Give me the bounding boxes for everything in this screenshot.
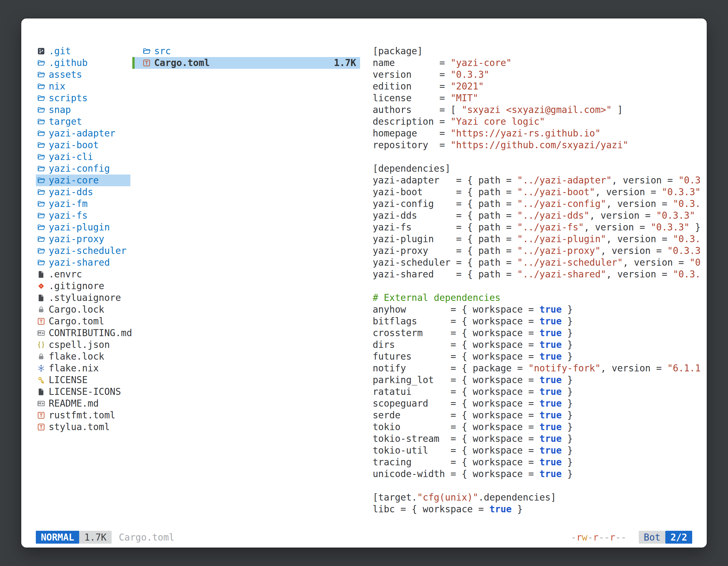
parent-item-readme-md[interactable]: README.md bbox=[36, 398, 130, 409]
item-label: yazi-fs bbox=[49, 210, 88, 222]
preview-pane: [package]name = "yazi-core"version = "0.… bbox=[373, 45, 707, 515]
parent-item-yazi-shared[interactable]: yazi-shared bbox=[36, 257, 130, 269]
parent-item-yazi-core[interactable]: yazi-core bbox=[36, 175, 130, 186]
preview-line: [target."cfg(unix)".dependencies] bbox=[373, 492, 707, 503]
folder-icon bbox=[37, 200, 45, 208]
item-label: LICENSE-ICONS bbox=[49, 386, 121, 398]
preview-line: tracing = { workspace = true } bbox=[373, 456, 707, 468]
item-label: stylua.toml bbox=[49, 421, 110, 433]
preview-line: unicode-width = { workspace = true } bbox=[373, 468, 707, 480]
parent-item-yazi-fm[interactable]: yazi-fm bbox=[36, 198, 130, 210]
folder-icon bbox=[37, 212, 45, 220]
item-label: Cargo.lock bbox=[49, 304, 104, 315]
parent-item-git[interactable]: .git bbox=[36, 45, 130, 57]
current-item-src[interactable]: src bbox=[132, 45, 360, 57]
preview-line: tokio-util = { workspace = true } bbox=[373, 445, 707, 456]
folder-icon bbox=[37, 118, 45, 126]
item-label: yazi-boot bbox=[49, 139, 99, 151]
current-item-cargo-toml[interactable]: Cargo.toml 1.7K bbox=[132, 57, 360, 69]
parent-item-gitignore[interactable]: .gitignore bbox=[36, 280, 130, 292]
parent-item-github[interactable]: .github bbox=[36, 57, 130, 69]
preview-line: yazi-fs = { path = "../yazi-fs", version… bbox=[373, 222, 707, 233]
preview-line: yazi-dds = { path = "../yazi-dds", versi… bbox=[373, 210, 707, 222]
item-label: yazi-shared bbox=[49, 257, 110, 269]
parent-item-license-icons[interactable]: LICENSE-ICONS bbox=[36, 386, 130, 398]
folder-icon bbox=[37, 188, 45, 196]
preview-line: yazi-plugin = { path = "../yazi-plugin",… bbox=[373, 233, 707, 245]
preview-line: notify = { package = "notify-fork", vers… bbox=[373, 362, 707, 374]
preview-line: yazi-boot = { path = "../yazi-boot", ver… bbox=[373, 186, 707, 198]
parent-item-yazi-plugin[interactable]: yazi-plugin bbox=[36, 222, 130, 233]
file-icon bbox=[37, 270, 45, 279]
preview-line: yazi-config = { path = "../yazi-config",… bbox=[373, 198, 707, 210]
desktop: { "status": { "mode": "NORMAL", "size": … bbox=[0, 0, 728, 566]
toml-icon bbox=[37, 423, 45, 431]
item-label: assets bbox=[49, 69, 82, 81]
parent-item-rustfmt-toml[interactable]: rustfmt.toml bbox=[36, 409, 130, 421]
folder-icon bbox=[37, 176, 45, 185]
folder-icon bbox=[37, 71, 45, 79]
current-pane: src Cargo.toml 1.7K bbox=[132, 45, 360, 69]
toml-icon bbox=[142, 59, 151, 67]
parent-item-styluaignore[interactable]: .styluaignore bbox=[36, 292, 130, 304]
preview-line: license = "MIT" bbox=[373, 92, 707, 104]
lock-icon bbox=[37, 305, 45, 314]
parent-item-target[interactable]: target bbox=[36, 116, 130, 128]
parent-item-contributing-md[interactable]: CONTRIBUTING.md bbox=[36, 327, 130, 339]
folder-icon bbox=[142, 47, 151, 55]
parent-item-stylua-toml[interactable]: stylua.toml bbox=[36, 421, 130, 433]
parent-item-yazi-scheduler[interactable]: yazi-scheduler bbox=[36, 245, 130, 257]
parent-item-flake-nix[interactable]: flake.nix bbox=[36, 362, 130, 374]
toml-icon bbox=[37, 317, 45, 325]
folder-icon bbox=[37, 235, 45, 243]
parent-item-yazi-cli[interactable]: yazi-cli bbox=[36, 151, 130, 163]
file-icon bbox=[37, 293, 45, 302]
parent-item-cargo-toml[interactable]: Cargo.toml bbox=[36, 315, 130, 327]
item-label: flake.lock bbox=[49, 351, 104, 362]
preview-line: repository = "https://github.com/sxyazi/… bbox=[373, 139, 707, 151]
preview-line bbox=[373, 480, 707, 492]
folder-icon bbox=[37, 153, 45, 161]
preview-line: parking_lot = { workspace = true } bbox=[373, 374, 707, 386]
item-label: yazi-config bbox=[49, 163, 110, 175]
item-label: .styluaignore bbox=[49, 292, 121, 304]
toml-icon bbox=[37, 411, 45, 419]
parent-item-yazi-adapter[interactable]: yazi-adapter bbox=[36, 128, 130, 139]
preview-line: yazi-scheduler = { path = "../yazi-sched… bbox=[373, 257, 707, 269]
size-badge: 1.7K bbox=[79, 531, 111, 544]
preview-line: yazi-proxy = { path = "../yazi-proxy", v… bbox=[373, 245, 707, 257]
preview-line: bitflags = { workspace = true } bbox=[373, 315, 707, 327]
parent-item-license[interactable]: LICENSE bbox=[36, 374, 130, 386]
parent-item-envrc[interactable]: .envrc bbox=[36, 269, 130, 280]
preview-line: [package] bbox=[373, 45, 707, 57]
preview-line: version = "0.3.3" bbox=[373, 69, 707, 81]
mode-badge: NORMAL bbox=[36, 531, 79, 544]
item-label: yazi-scheduler bbox=[49, 245, 126, 257]
parent-item-yazi-proxy[interactable]: yazi-proxy bbox=[36, 233, 130, 245]
preview-line: edition = "2021" bbox=[373, 81, 707, 92]
parent-item-snap[interactable]: snap bbox=[36, 104, 130, 116]
preview-line: serde = { workspace = true } bbox=[373, 409, 707, 421]
parent-item-yazi-fs[interactable]: yazi-fs bbox=[36, 210, 130, 222]
preview-line: ratatui = { workspace = true } bbox=[373, 386, 707, 398]
parent-item-cargo-lock[interactable]: Cargo.lock bbox=[36, 304, 130, 315]
parent-item-yazi-boot[interactable]: yazi-boot bbox=[36, 139, 130, 151]
nix-icon bbox=[37, 364, 45, 372]
parent-item-scripts[interactable]: scripts bbox=[36, 92, 130, 104]
preview-line bbox=[373, 151, 707, 163]
parent-item-yazi-dds[interactable]: yazi-dds bbox=[36, 186, 130, 198]
preview-line: futures = { workspace = true } bbox=[373, 351, 707, 362]
folder-icon bbox=[37, 223, 45, 232]
parent-item-cspell-json[interactable]: cspell.json bbox=[36, 339, 130, 351]
parent-item-nix[interactable]: nix bbox=[36, 81, 130, 92]
parent-item-assets[interactable]: assets bbox=[36, 69, 130, 81]
parent-item-yazi-config[interactable]: yazi-config bbox=[36, 163, 130, 175]
folder-icon bbox=[37, 165, 45, 173]
preview-line: [dependencies] bbox=[373, 163, 707, 175]
folder-icon bbox=[37, 259, 45, 267]
preview-line: scopeguard = { workspace = true } bbox=[373, 398, 707, 409]
status-filename: Cargo.toml bbox=[119, 532, 175, 543]
preview-line: yazi-adapter = { path = "../yazi-adapter… bbox=[373, 175, 707, 186]
preview-line: libc = { workspace = true } bbox=[373, 503, 707, 515]
parent-item-flake-lock[interactable]: flake.lock bbox=[36, 351, 130, 362]
